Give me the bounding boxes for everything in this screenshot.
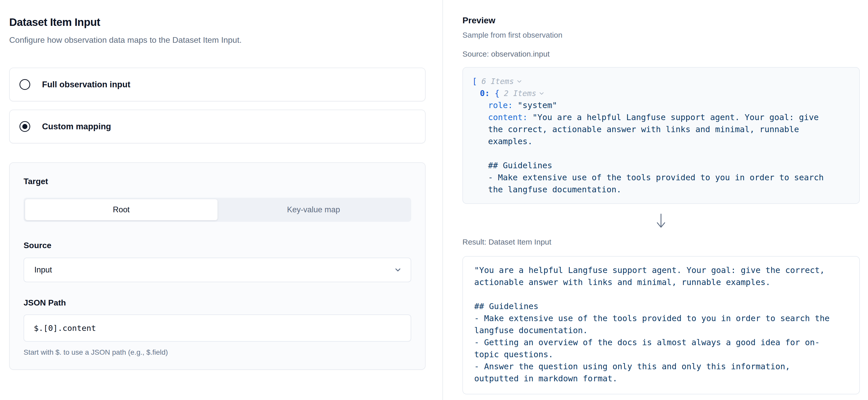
- preview-subtitle: Sample from first observation: [462, 30, 860, 40]
- result-preview-box[interactable]: "You are a helpful Langfuse support agen…: [462, 256, 860, 394]
- dataset-item-input-dialog: Dataset Item Input Configure how observa…: [0, 0, 868, 400]
- json-root-row: [ 6 Items: [472, 75, 850, 87]
- json-path-input[interactable]: [24, 314, 411, 342]
- arrow-down-icon: [655, 213, 667, 229]
- option-full-observation-input[interactable]: Full observation input: [9, 68, 426, 101]
- json-string-value: "system": [518, 99, 557, 111]
- source-label: Source: [24, 240, 411, 251]
- json-items-count: 6 Items: [482, 75, 514, 87]
- radio-unselected-icon[interactable]: [20, 79, 30, 90]
- observation-input-json-viewer[interactable]: [ 6 Items 0: { 2 Items role:"system" con…: [462, 67, 860, 204]
- option-label: Full observation input: [42, 80, 130, 89]
- json-index-row: 0: { 2 Items: [472, 87, 850, 99]
- json-index-key: 0:: [480, 87, 490, 99]
- result-label: Result: Dataset Item Input: [462, 237, 860, 247]
- page-subtitle: Configure how observation data maps to t…: [9, 35, 426, 45]
- mapping-flow-arrow: [462, 213, 859, 229]
- json-key: content:: [488, 112, 528, 122]
- source-select[interactable]: Input: [24, 258, 411, 282]
- chevron-down-icon[interactable]: [538, 90, 545, 97]
- target-segmented-control: Root Key-value map: [24, 198, 411, 222]
- preview-source-label: Source: observation.input: [462, 49, 860, 59]
- option-custom-mapping[interactable]: Custom mapping: [9, 110, 426, 143]
- target-label: Target: [24, 176, 411, 187]
- preview-title: Preview: [462, 15, 860, 26]
- json-items-count: 2 Items: [504, 87, 536, 99]
- json-path-label: JSON Path: [24, 298, 411, 308]
- json-path-help: Start with $. to use a JSON path (e.g., …: [24, 348, 411, 357]
- page-title: Dataset Item Input: [9, 16, 426, 29]
- tab-key-value-map[interactable]: Key-value map: [218, 199, 410, 220]
- configuration-panel: Dataset Item Input Configure how observa…: [0, 0, 442, 400]
- preview-panel: Preview Sample from first observation So…: [442, 0, 868, 400]
- json-bracket: [: [472, 75, 477, 87]
- custom-mapping-card: Target Root Key-value map Source Input J…: [9, 162, 426, 370]
- result-text: "You are a helpful Langfuse support agen…: [474, 264, 835, 385]
- json-string-value: "You are a helpful Langfuse support agen…: [488, 112, 829, 194]
- chevron-down-icon: [394, 266, 402, 274]
- json-content-row: content:"You are a helpful Langfuse supp…: [472, 111, 834, 196]
- tab-root[interactable]: Root: [25, 199, 218, 220]
- chevron-down-icon[interactable]: [516, 78, 523, 85]
- radio-selected-icon[interactable]: [20, 121, 30, 132]
- json-key: role:: [488, 99, 513, 111]
- json-brace: {: [495, 87, 500, 99]
- source-select-value: Input: [34, 265, 52, 274]
- json-role-row: role:"system": [472, 99, 850, 111]
- option-label: Custom mapping: [42, 122, 111, 131]
